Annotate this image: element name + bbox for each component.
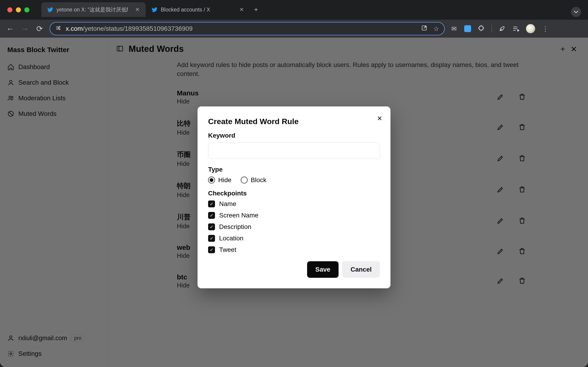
browser-tab[interactable]: Blocked accounts / X ✕ xyxy=(146,2,250,17)
bookmark-star-icon[interactable]: ☆ xyxy=(433,25,439,33)
radio-icon xyxy=(241,177,248,184)
toolbar-right: ✉ ⋮ xyxy=(450,24,549,33)
tab-overflow-button[interactable] xyxy=(571,7,581,17)
checkpoint-label: Name xyxy=(219,200,236,208)
svg-point-1 xyxy=(58,27,59,28)
tab-title: Blocked accounts / X xyxy=(161,7,236,13)
checkpoint-name[interactable]: ✓Name xyxy=(208,200,380,208)
toolbar-divider xyxy=(492,25,492,33)
type-radio-group: Hide Block xyxy=(208,176,380,184)
create-muted-word-modal: ✕ Create Muted Word Rule Keyword Type Hi… xyxy=(198,106,390,288)
radio-label: Hide xyxy=(218,176,232,184)
checkpoint-label: Screen Name xyxy=(219,212,258,219)
checkpoint-label: Location xyxy=(219,235,243,242)
leaf-icon[interactable] xyxy=(498,25,506,32)
open-external-icon[interactable] xyxy=(421,25,427,33)
twitter-icon xyxy=(152,7,157,13)
window-close-button[interactable] xyxy=(7,7,12,12)
extension-app-icon[interactable] xyxy=(464,25,471,32)
checkbox-icon: ✓ xyxy=(208,223,215,230)
checkbox-icon: ✓ xyxy=(208,212,215,219)
window-minimize-button[interactable] xyxy=(16,7,21,12)
keyword-label: Keyword xyxy=(208,132,380,139)
checkpoint-label: Description xyxy=(219,223,251,231)
svg-point-2 xyxy=(59,29,60,30)
radio-icon xyxy=(208,177,215,184)
mail-icon[interactable]: ✉ xyxy=(450,25,458,32)
checkpoint-screen-name[interactable]: ✓Screen Name xyxy=(208,212,380,219)
save-button[interactable]: Save xyxy=(307,261,338,278)
window-traffic-lights xyxy=(7,7,29,12)
tab-close-icon[interactable]: ✕ xyxy=(135,6,140,13)
playlist-icon[interactable] xyxy=(512,25,519,32)
browser-tab-bar: yetone on X: "这就是我讨厌低f ✕ Blocked account… xyxy=(41,2,583,17)
modal-actions: Save Cancel xyxy=(208,261,380,278)
checkbox-icon: ✓ xyxy=(208,246,215,253)
profile-avatar[interactable] xyxy=(526,24,535,33)
radio-block[interactable]: Block xyxy=(241,176,267,184)
nav-reload-button[interactable]: ⟳ xyxy=(35,24,44,33)
checkpoints-label: Checkpoints xyxy=(208,190,380,197)
keyword-input[interactable] xyxy=(208,142,380,159)
checkpoint-description[interactable]: ✓Description xyxy=(208,223,380,231)
tab-title: yetone on X: "这就是我讨厌低f xyxy=(57,6,132,13)
checkbox-icon: ✓ xyxy=(208,235,215,242)
new-tab-button[interactable]: + xyxy=(250,6,262,14)
browser-address-bar: ← → ⟳ x.com/yetone/status/18993585109637… xyxy=(0,20,588,38)
modal-title: Create Muted Word Rule xyxy=(208,117,380,126)
kebab-menu-icon[interactable]: ⋮ xyxy=(542,25,549,32)
tab-close-icon[interactable]: ✕ xyxy=(239,6,244,13)
extensions-puzzle-icon[interactable] xyxy=(478,25,485,32)
type-label: Type xyxy=(208,166,380,173)
chevron-down-icon xyxy=(574,10,578,14)
checkpoint-label: Tweet xyxy=(219,246,236,253)
checkbox-icon: ✓ xyxy=(208,200,215,207)
url-input[interactable]: x.com/yetone/status/1899358510963736909 … xyxy=(50,22,445,35)
svg-point-0 xyxy=(59,26,60,27)
modal-close-button[interactable]: ✕ xyxy=(377,115,382,122)
window-maximize-button[interactable] xyxy=(24,7,29,12)
checkpoints-list: ✓Name ✓Screen Name ✓Description ✓Locatio… xyxy=(208,200,380,253)
site-settings-icon[interactable] xyxy=(55,25,61,32)
nav-back-button[interactable]: ← xyxy=(6,24,15,33)
nav-forward-button[interactable]: → xyxy=(20,24,29,33)
twitter-icon xyxy=(47,7,53,13)
radio-label: Block xyxy=(251,176,267,184)
checkpoint-tweet[interactable]: ✓Tweet xyxy=(208,246,380,253)
url-text: x.com/yetone/status/1899358510963736909 xyxy=(66,25,416,32)
checkpoint-location[interactable]: ✓Location xyxy=(208,235,380,242)
browser-tab-active[interactable]: yetone on X: "这就是我讨厌低f ✕ xyxy=(41,2,146,17)
cancel-button[interactable]: Cancel xyxy=(342,261,380,278)
radio-hide[interactable]: Hide xyxy=(208,176,232,184)
